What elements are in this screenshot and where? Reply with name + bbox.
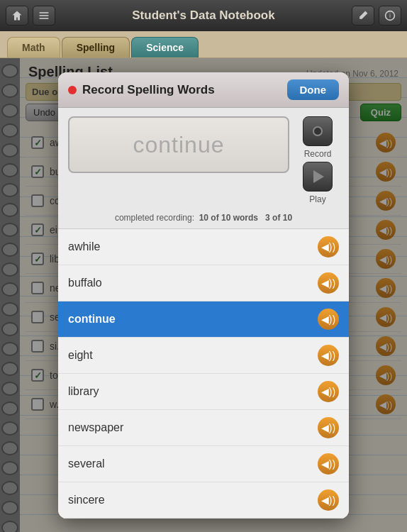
sound-icon[interactable]: ◀)): [318, 236, 339, 257]
title-bar: Student's Data Notebook i: [0, 0, 407, 31]
main-content: Spelling List Updated on Nov 6, 2012 Due…: [0, 58, 407, 532]
sound-icon[interactable]: ◀)): [318, 309, 339, 330]
record-label: Record: [304, 149, 332, 159]
sound-icon[interactable]: ◀)): [318, 381, 339, 402]
home-button[interactable]: [6, 6, 28, 26]
sound-icon[interactable]: ◀)): [318, 453, 339, 475]
current-word: continue: [133, 132, 225, 158]
tab-science[interactable]: Science: [131, 37, 199, 57]
list-item[interactable]: library ◀)): [58, 374, 349, 410]
list-item[interactable]: several ◀)): [58, 446, 349, 482]
edit-button[interactable]: [352, 6, 374, 26]
list-item[interactable]: newspaper ◀)): [58, 410, 349, 446]
modal-title-group: Record Spelling Words: [68, 83, 215, 97]
play-icon: [313, 170, 324, 183]
word-display-box: continue: [68, 116, 289, 173]
title-bar-left-buttons: [6, 6, 55, 26]
list-button[interactable]: [33, 6, 55, 26]
record-dot-icon: [313, 126, 323, 136]
list-item[interactable]: sincere ◀)): [58, 482, 349, 519]
app-title: Student's Data Notebook: [132, 9, 274, 23]
svg-text:i: i: [389, 12, 391, 19]
info-button[interactable]: i: [379, 6, 401, 26]
list-item[interactable]: eight ◀)): [58, 338, 349, 374]
sound-icon[interactable]: ◀)): [318, 417, 339, 438]
record-controls: Record Play: [296, 116, 339, 204]
sound-icon[interactable]: ◀)): [318, 345, 339, 366]
list-item[interactable]: buffalo ◀)): [58, 265, 349, 301]
word-display-area: continue Record Play: [58, 108, 349, 210]
modal-title: Record Spelling Words: [82, 83, 215, 97]
record-spelling-modal: Record Spelling Words Done continue Reco…: [58, 72, 349, 519]
svg-rect-1: [40, 15, 49, 16]
list-item-active[interactable]: continue ◀)): [58, 301, 349, 338]
progress-label: completed recording:: [115, 213, 194, 223]
word-list: awhile ◀)) buffalo ◀)) continue ◀)) eigh…: [58, 228, 349, 519]
sound-icon[interactable]: ◀)): [318, 272, 339, 294]
recording-indicator: [68, 86, 77, 94]
done-button[interactable]: Done: [287, 79, 340, 100]
modal-overlay: Record Spelling Words Done continue Reco…: [0, 58, 407, 532]
list-item[interactable]: awhile ◀)): [58, 229, 349, 265]
title-bar-right-buttons: i: [352, 6, 401, 26]
progress-count: 10 of 10 words: [199, 213, 258, 223]
svg-rect-0: [40, 12, 49, 13]
play-label: Play: [309, 194, 325, 204]
record-button[interactable]: [303, 116, 333, 146]
progress-text: completed recording: 10 of 10 words 3 of…: [58, 210, 349, 228]
progress-page: 3 of 10: [265, 213, 292, 223]
modal-header: Record Spelling Words Done: [58, 72, 349, 108]
tab-bar: Math Spelling Science: [0, 31, 407, 58]
svg-rect-2: [40, 18, 49, 19]
play-button[interactable]: [303, 162, 333, 192]
tab-spelling[interactable]: Spelling: [62, 37, 130, 57]
tab-math[interactable]: Math: [7, 37, 60, 57]
sound-icon[interactable]: ◀)): [318, 489, 339, 511]
